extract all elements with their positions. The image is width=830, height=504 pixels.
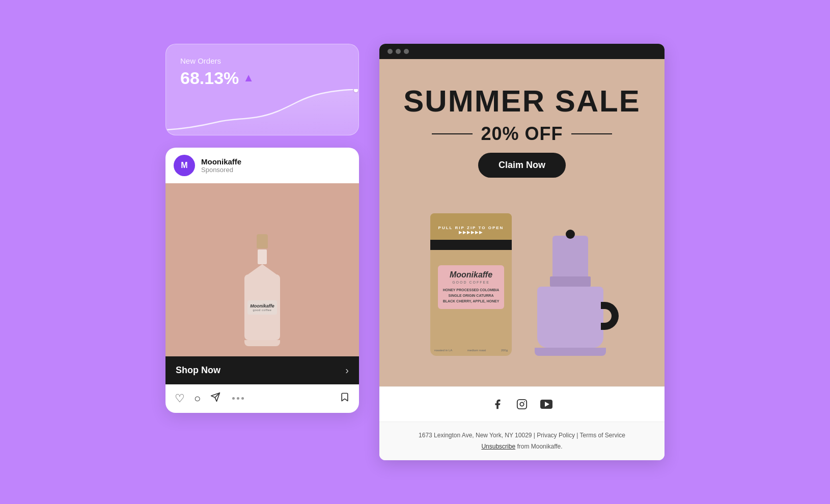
comment-icon[interactable]: ○ [194, 392, 201, 405]
email-footer: 1673 Lexington Ave, New York, NY 10029 |… [379, 422, 665, 460]
bag-weight: 200g [501, 349, 508, 352]
moka-base [535, 348, 606, 356]
claim-now-button[interactable]: Claim Now [478, 153, 566, 178]
avatar: M [174, 155, 195, 176]
social-card-header: M Moonikaffe Sponsored [165, 148, 359, 183]
dot-2 [237, 397, 239, 400]
unsubscribe-link[interactable]: Unsubscribe [481, 443, 515, 450]
bottle-body: Moonikaffe good coffee [244, 274, 280, 340]
bottle-container: Moonikaffe good coffee [242, 183, 283, 356]
bookmark-icon[interactable] [340, 391, 350, 406]
browser-dot-2 [396, 49, 401, 54]
divider-row: 20% OFF [400, 123, 644, 145]
left-column: New Orders 68.13% ▲ [165, 44, 359, 413]
facebook-icon[interactable] [490, 397, 505, 411]
browser-dot-1 [388, 49, 393, 54]
footer-social [379, 386, 665, 422]
bottle-cap [257, 234, 268, 248]
cta-arrow-icon: › [345, 365, 349, 376]
bag-brand: Moonikaffe [442, 270, 500, 279]
email-card: SUMMER SALE 20% OFF Claim Now PULL RIP Z… [379, 44, 665, 460]
dot-3 [241, 397, 244, 400]
percent-off: 20% OFF [481, 123, 563, 145]
footer-address: 1673 Lexington Ave, New York, NY 10029 |… [392, 430, 652, 441]
bag-sub: good coffee [442, 281, 500, 284]
instagram-icon[interactable] [515, 397, 529, 411]
email-hero: SUMMER SALE 20% OFF Claim Now PULL RIP Z… [379, 59, 665, 386]
analytics-arrow: ▲ [243, 71, 254, 85]
share-icon[interactable] [210, 392, 221, 405]
bag-medium: medium roast [467, 349, 486, 352]
social-card-image: Moonikaffe good coffee [165, 183, 359, 356]
social-actions: ♡ ○ [165, 384, 359, 413]
bag-footer: roasted in LA medium roast 200g [430, 345, 512, 356]
youtube-icon[interactable] [539, 397, 554, 411]
footer-unsub-row: Unsubscribe from Moonikaffe. [392, 441, 652, 453]
bag-detail-2: SINGLE ORIGIN CATURRA [442, 293, 500, 298]
svg-rect-3 [517, 400, 527, 409]
svg-point-4 [520, 402, 523, 406]
bag-detail-1: HONEY PROCESSED COLOMBIA [442, 287, 500, 293]
footer-unsub-suffix: from Moonikaffe. [515, 443, 562, 450]
moka-bottom [537, 287, 603, 348]
dot-1 [232, 397, 235, 400]
shop-now-label: Shop Now [176, 365, 220, 376]
bottle-label: Moonikaffe good coffee [247, 300, 277, 315]
email-headline-1: SUMMER SALE [400, 85, 644, 118]
bottle-illustration: Moonikaffe good coffee [242, 234, 283, 346]
trend-chart [166, 89, 358, 135]
analytics-card: New Orders 68.13% ▲ [165, 44, 359, 135]
coffee-bag-label: Moonikaffe good coffee HONEY PROCESSED C… [438, 265, 504, 310]
coffee-bag-illustration: PULL RIP ZIP TO OPEN ▶▶▶▶▶▶ PRESS TO RES… [430, 213, 512, 356]
bottle-sub: good coffee [250, 309, 275, 312]
bottle-neck [258, 249, 267, 265]
coffee-bag-top: PULL RIP ZIP TO OPEN ▶▶▶▶▶▶ [430, 213, 512, 244]
divider-right [571, 133, 612, 134]
bottle-shoulder [248, 264, 276, 274]
moka-pot-illustration [527, 203, 614, 356]
user-info: Moonikaffe Sponsored [201, 157, 241, 174]
social-card: M Moonikaffe Sponsored Moonikaffe [165, 148, 359, 413]
bottle-brand: Moonikaffe [250, 303, 275, 309]
main-container: New Orders 68.13% ▲ [145, 23, 685, 481]
browser-dot-3 [404, 49, 409, 54]
analytics-value: 68.13% ▲ [180, 68, 344, 88]
shop-now-button[interactable]: Shop Now › [165, 356, 359, 384]
more-dots[interactable] [232, 397, 244, 400]
bag-detail-3: BLACK CHERRY, APPLE, HONEY [442, 298, 500, 304]
bag-zip-text: PULL RIP ZIP TO OPEN ▶▶▶▶▶▶ [430, 222, 512, 235]
user-name: Moonikaffe [201, 157, 241, 166]
analytics-label: New Orders [180, 57, 344, 65]
bag-roast: roasted in LA [434, 349, 452, 352]
heart-icon[interactable]: ♡ [175, 392, 185, 405]
svg-point-0 [353, 89, 358, 93]
moka-top [552, 236, 588, 276]
analytics-number: 68.13% [180, 68, 239, 88]
moka-knob [566, 230, 575, 239]
bag-details: HONEY PROCESSED COLOMBIA SINGLE ORIGIN C… [442, 287, 500, 304]
email-products: PULL RIP ZIP TO OPEN ▶▶▶▶▶▶ PRESS TO RES… [400, 193, 644, 366]
bottle-bottom [244, 340, 280, 346]
user-sub: Sponsored [201, 166, 241, 174]
moka-handle [601, 302, 619, 330]
browser-bar [379, 44, 665, 59]
svg-point-5 [524, 401, 525, 402]
moka-mid [550, 276, 591, 287]
divider-left [432, 133, 473, 134]
chart-area [166, 89, 358, 135]
